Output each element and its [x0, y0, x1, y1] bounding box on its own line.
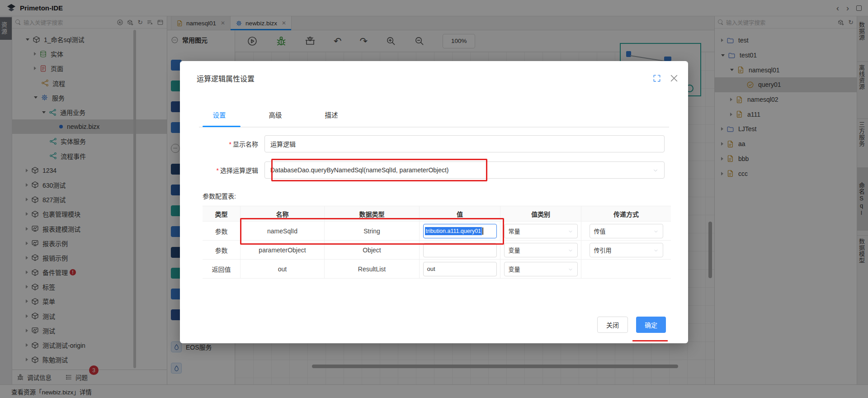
cell-type: 返回值: [203, 260, 241, 278]
chevron-down-icon: [568, 265, 573, 272]
param-table-header: 类型 名称 数据类型 值 值类别 传递方式: [203, 206, 671, 222]
chevron-down-icon: [653, 227, 659, 234]
cell-type: 参数: [203, 222, 241, 240]
value-category-select[interactable]: 变量: [504, 262, 578, 276]
select-value: 传值: [594, 227, 606, 235]
display-name-input[interactable]: 运算逻辑: [264, 135, 665, 152]
tab-track: [199, 127, 669, 128]
param-table: 类型 名称 数据类型 值 值类别 传递方式 参数 nameSqlId Strin…: [203, 206, 671, 279]
chevron-down-icon: [653, 246, 659, 253]
logic-properties-dialog: 运算逻辑属性设置 设置 高级 描述 *显示名称 运算逻辑 *选择运算逻辑 Dat…: [180, 61, 688, 343]
chevron-down-icon: [568, 246, 573, 253]
col-header-datatype: 数据类型: [325, 206, 420, 221]
display-name-row: *显示名称 运算逻辑: [180, 135, 688, 152]
ok-button[interactable]: 确定: [636, 317, 666, 333]
select-value: 常量: [509, 227, 520, 235]
cell-passing-empty: [581, 260, 671, 278]
chevron-down-icon: [652, 166, 659, 174]
dialog-tabs: 设置 高级 描述: [203, 110, 372, 119]
select-value: 变量: [509, 246, 520, 254]
tab-settings[interactable]: 设置: [203, 110, 235, 119]
param-row-namesqlid: 参数 nameSqlId String tribution.a111.query…: [203, 222, 671, 241]
selected-text: tribution.a111.query01: [425, 227, 482, 235]
fullscreen-icon[interactable]: [652, 74, 661, 83]
col-header-type: 类型: [203, 206, 241, 221]
param-row-out: 返回值 out ResultList out 变量: [203, 260, 671, 279]
tab-active-indicator: [203, 126, 241, 127]
chevron-down-icon: [568, 227, 573, 234]
logic-select-row: *选择运算逻辑 DatabaseDao.queryByNamedSql(name…: [180, 161, 688, 179]
cell-name: parameterObject: [241, 241, 325, 259]
logic-select[interactable]: DatabaseDao.queryByNamedSql(nameSqlId, p…: [264, 161, 665, 179]
required-asterisk: *: [217, 167, 219, 174]
col-header-passing-mode: 传递方式: [581, 206, 671, 221]
dialog-title: 运算逻辑属性设置: [197, 73, 255, 84]
value-category-select[interactable]: 变量: [504, 243, 578, 257]
annotation-ok-underline: [632, 340, 668, 341]
tab-advanced[interactable]: 高级: [259, 110, 291, 119]
select-value: 传引用: [594, 246, 612, 254]
passing-mode-select[interactable]: 传引用: [590, 243, 663, 257]
col-header-value-category: 值类别: [500, 206, 581, 221]
text-caret: [482, 227, 483, 235]
logic-select-label: *选择运算逻辑: [180, 166, 264, 175]
tab-description[interactable]: 描述: [316, 110, 347, 119]
display-name-label: *显示名称: [180, 139, 264, 148]
value-input[interactable]: [423, 243, 497, 257]
value-input-selected[interactable]: tribution.a111.query01: [423, 224, 497, 238]
col-header-name: 名称: [241, 206, 325, 221]
col-header-value: 值: [420, 206, 500, 221]
close-button[interactable]: 关闭: [597, 317, 628, 333]
cell-datatype: Object: [325, 241, 420, 259]
value-category-select[interactable]: 常量: [504, 224, 578, 238]
select-value: 变量: [509, 265, 520, 273]
param-table-label: 参数配置表:: [203, 191, 236, 200]
cell-datatype: ResultList: [325, 260, 420, 278]
close-icon[interactable]: [669, 73, 679, 83]
cell-datatype: String: [325, 222, 420, 240]
value-input[interactable]: out: [423, 262, 497, 276]
passing-mode-select[interactable]: 传值: [590, 224, 663, 238]
cell-type: 参数: [203, 241, 241, 259]
cell-name: out: [241, 260, 325, 278]
primeton-ide-screen: Primeton-IDE ‹ › 资源 输入关键字搜索 ↻: [0, 0, 868, 398]
param-row-parameterobject: 参数 parameterObject Object 变量 传引用: [203, 241, 671, 260]
cell-name: nameSqlId: [241, 222, 325, 240]
logic-select-value: DatabaseDao.queryByNamedSql(nameSqlId, p…: [270, 166, 449, 174]
required-asterisk: *: [229, 141, 231, 148]
display-name-value: 运算逻辑: [270, 139, 296, 148]
